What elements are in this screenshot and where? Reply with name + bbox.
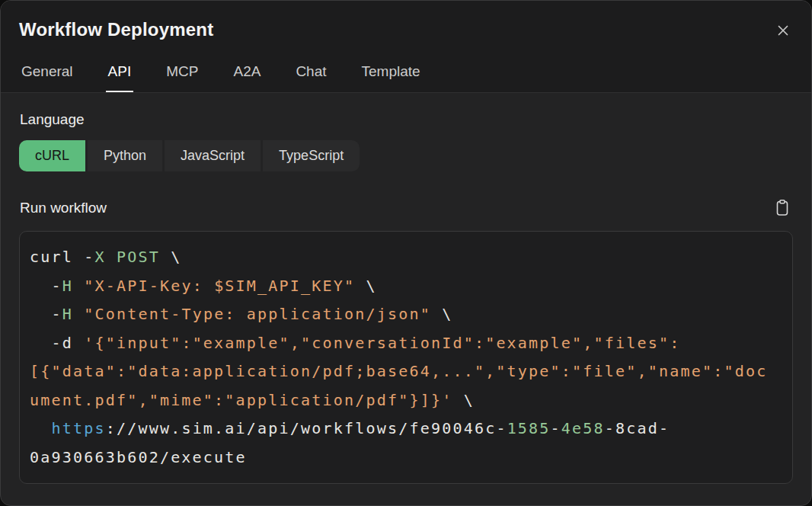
code-line: -H "X-API-Key: $SIM_API_KEY" \ <box>30 272 782 301</box>
close-icon <box>775 22 791 39</box>
tab-chat[interactable]: Chat <box>293 63 328 92</box>
tab-api[interactable]: API <box>106 63 134 92</box>
code-line: -H "Content-Type: application/json" \ <box>30 300 782 329</box>
code-block[interactable]: curl -X POST \ -H "X-API-Key: $SIM_API_K… <box>19 231 793 484</box>
code-line: 0a930663b602/execute <box>30 444 782 472</box>
language-option-python[interactable]: Python <box>88 140 162 171</box>
language-option-javascript[interactable]: JavaScript <box>165 140 261 171</box>
language-selector: cURLPythonJavaScriptTypeScript <box>19 140 793 171</box>
code-line: https://www.sim.ai/api/workflows/fe90046… <box>30 415 782 444</box>
tab-bar: GeneralAPIMCPA2AChatTemplate <box>19 63 793 92</box>
clipboard-icon <box>774 199 791 217</box>
copy-button[interactable] <box>772 197 792 219</box>
close-button[interactable] <box>773 21 793 40</box>
workflow-deployment-modal: Workflow Deployment GeneralAPIMCPA2AChat… <box>0 0 812 506</box>
tab-mcp[interactable]: MCP <box>164 63 200 92</box>
language-option-curl[interactable]: cURL <box>19 140 85 171</box>
code-line: ument.pdf","mime":"application/pdf"}]}' … <box>30 386 782 415</box>
tab-template[interactable]: Template <box>360 63 423 92</box>
page-title: Workflow Deployment <box>19 19 213 40</box>
tab-a2a[interactable]: A2A <box>231 63 263 92</box>
language-option-typescript[interactable]: TypeScript <box>263 140 360 171</box>
code-line: [{"data":"data:application/pdf;base64,..… <box>30 357 782 386</box>
code-line: curl -X POST \ <box>30 243 782 272</box>
modal-header: Workflow Deployment GeneralAPIMCPA2AChat… <box>1 1 811 93</box>
run-workflow-label: Run workflow <box>20 200 107 216</box>
code-line: -d '{"input":"example","conversationId":… <box>30 329 782 358</box>
modal-content: Language cURLPythonJavaScriptTypeScript … <box>1 93 811 505</box>
tab-general[interactable]: General <box>19 63 75 92</box>
language-label: Language <box>20 111 793 128</box>
